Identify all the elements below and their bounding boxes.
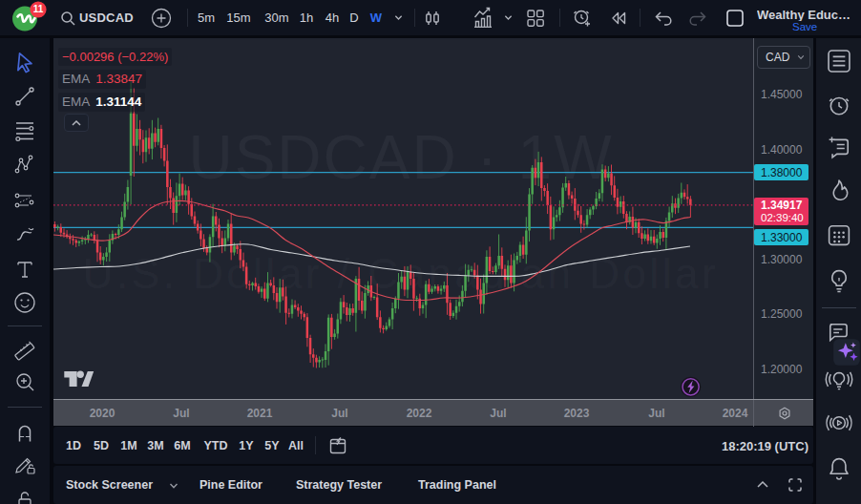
svg-text:U.S. Dollar / Canadian Dollar: U.S. Dollar / Canadian Dollar xyxy=(83,250,719,297)
svg-text:USDCAD · 1W: USDCAD · 1W xyxy=(188,123,613,192)
svg-text:11: 11 xyxy=(33,4,44,14)
